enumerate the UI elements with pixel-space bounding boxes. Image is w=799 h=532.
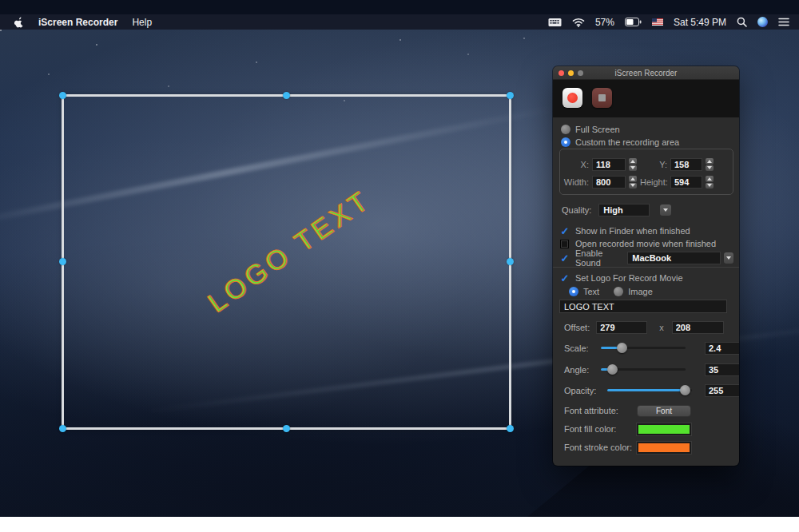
full-screen-radio-row: Full Screen (561, 124, 620, 135)
width-stepper[interactable] (629, 176, 637, 189)
opacity-label: Opacity: (564, 386, 602, 395)
stop-icon (598, 94, 606, 101)
record-button[interactable] (562, 88, 582, 108)
font-stroke-row: Font stroke color: (564, 441, 733, 454)
font-attribute-label: Font attribute: (564, 406, 618, 415)
y-label: Y: (643, 160, 667, 169)
y-input[interactable] (670, 158, 702, 171)
set-logo-label: Set Logo For Record Movie (575, 273, 683, 283)
font-fill-color-well[interactable] (637, 423, 691, 435)
sound-device-dropdown-button[interactable] (724, 252, 733, 264)
logo-type-row: Text Image (569, 286, 653, 297)
iscreen-recorder-window: iScreen Recorder Full Screen Custom the … (553, 66, 739, 466)
x-stepper[interactable] (629, 158, 637, 171)
show-in-finder-label: Show in Finder when finished (575, 226, 690, 236)
logo-type-image-radio[interactable] (614, 287, 623, 296)
selection-handle-bottom-middle[interactable] (283, 425, 290, 432)
scale-slider[interactable] (601, 343, 686, 353)
open-movie-row: Open recorded movie when finished (559, 238, 716, 249)
custom-area-radio[interactable] (561, 137, 570, 147)
selection-handle-middle-left[interactable] (59, 258, 66, 265)
font-fill-row: Font fill color: (564, 423, 733, 435)
font-attribute-row: Font attribute: Font (564, 404, 733, 417)
selection-handle-middle-right[interactable] (507, 258, 514, 265)
sound-device-dropdown[interactable]: MacBook (627, 252, 721, 264)
menubar-app-name[interactable]: iScreen Recorder (38, 17, 117, 28)
opacity-slider[interactable] (607, 385, 692, 395)
height-input[interactable] (670, 176, 702, 189)
selection-handle-bottom-left[interactable] (59, 425, 66, 432)
menu-bar: iScreen Recorder Help 57% Sat 5:49 PM (0, 14, 799, 30)
close-button[interactable] (559, 70, 564, 76)
quality-dropdown[interactable]: High (598, 204, 650, 216)
spotlight-search-icon[interactable] (737, 17, 747, 27)
battery-percentage: 57% (595, 17, 614, 28)
recording-area-selection[interactable] (62, 94, 511, 430)
scale-value-input[interactable] (705, 342, 739, 355)
menubar-clock[interactable]: Sat 5:49 PM (674, 17, 726, 28)
us-flag-icon[interactable] (652, 18, 663, 26)
full-screen-label: Full Screen (575, 125, 620, 134)
stars (0, 30, 2, 31)
logo-type-text-radio[interactable] (569, 287, 578, 296)
set-logo-checkbox[interactable]: ✓ (559, 272, 570, 284)
screen: iScreen Recorder Help 57% Sat 5:49 PM (0, 0, 799, 532)
opacity-row: Opacity: (564, 383, 733, 397)
selection-handle-top-left[interactable] (59, 92, 66, 99)
logo-text-input[interactable] (559, 300, 727, 313)
height-label: Height: (640, 177, 667, 187)
window-titlebar[interactable]: iScreen Recorder (553, 66, 739, 80)
y-stepper[interactable] (706, 158, 714, 171)
stop-button[interactable] (592, 88, 612, 108)
wifi-icon[interactable] (572, 18, 585, 27)
apple-icon[interactable] (14, 17, 24, 28)
letterbox-top (0, 0, 799, 14)
scale-label: Scale: (564, 343, 598, 353)
notification-center-icon[interactable] (778, 18, 789, 26)
height-stepper[interactable] (706, 176, 714, 189)
offset-row: Offset: x (564, 320, 733, 334)
logo-type-image-label: Image (628, 287, 653, 296)
opacity-value-input[interactable] (705, 384, 739, 397)
siri-icon[interactable] (757, 17, 768, 27)
enable-sound-checkbox[interactable]: ✓ (559, 252, 570, 264)
selection-handle-top-right[interactable] (507, 92, 514, 99)
offset-y-input[interactable] (672, 321, 724, 334)
quality-label: Quality: (562, 205, 591, 215)
show-in-finder-checkbox[interactable]: ✓ (559, 225, 570, 237)
angle-row: Angle: (564, 363, 733, 376)
font-button[interactable]: Font (637, 405, 691, 417)
width-input[interactable] (592, 176, 626, 189)
minimize-button[interactable] (568, 70, 574, 76)
open-movie-checkbox[interactable] (560, 240, 569, 248)
angle-value-input[interactable] (705, 363, 739, 376)
logo-type-text-label: Text (583, 287, 599, 296)
enable-sound-row: ✓ Enable Sound MacBook (559, 252, 733, 264)
record-icon (567, 93, 578, 103)
enable-sound-label: Enable Sound (575, 248, 621, 268)
font-stroke-label: Font stroke color: (564, 443, 632, 452)
selection-handle-bottom-right[interactable] (507, 425, 514, 432)
font-stroke-color-well[interactable] (637, 442, 691, 454)
x-label: X: (560, 160, 589, 169)
open-movie-label: Open recorded movie when finished (575, 239, 716, 248)
battery-icon[interactable] (625, 18, 642, 26)
scale-row: Scale: (564, 341, 733, 355)
set-logo-row: ✓ Set Logo For Record Movie (559, 272, 683, 284)
full-screen-radio[interactable] (561, 125, 570, 134)
menubar-item-help[interactable]: Help (132, 17, 152, 28)
area-groupbox: X: Y: Width: Height: (559, 149, 733, 195)
quality-row: Quality: High (562, 204, 733, 216)
custom-area-label: Custom the recording area (575, 137, 679, 147)
keyboard-icon[interactable] (548, 18, 562, 27)
selection-handle-top-middle[interactable] (283, 92, 290, 99)
letterbox-bottom (0, 517, 799, 532)
offset-label: Offset: (564, 323, 590, 332)
offset-x-input[interactable] (596, 321, 647, 334)
x-input[interactable] (592, 158, 626, 171)
angle-slider[interactable] (601, 364, 686, 375)
zoom-button[interactable] (578, 70, 583, 76)
width-label: Width: (560, 177, 589, 187)
quality-dropdown-button[interactable] (660, 204, 671, 216)
custom-area-radio-row: Custom the recording area (561, 137, 679, 148)
